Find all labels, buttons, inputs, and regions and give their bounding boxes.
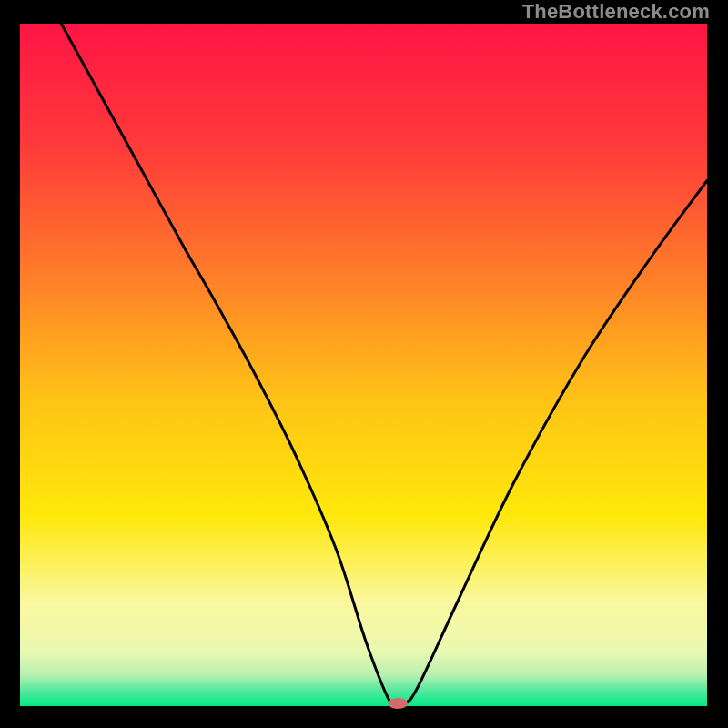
watermark-label: TheBottleneck.com — [522, 0, 710, 24]
bottleneck-chart: TheBottleneck.com — [0, 0, 728, 728]
optimum-marker — [388, 698, 408, 709]
plot-area — [20, 24, 707, 706]
chart-svg — [0, 0, 728, 728]
